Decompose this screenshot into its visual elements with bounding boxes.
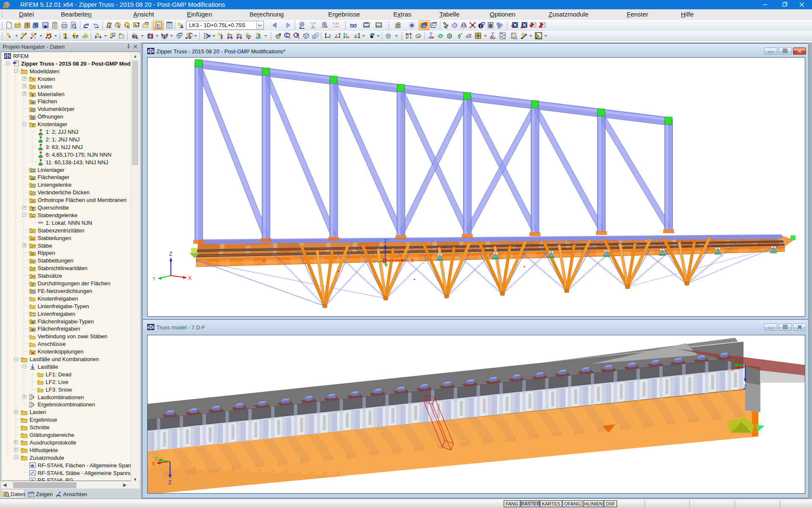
svg-text:Y: Y [373,260,376,265]
svg-text:X.XX: X.XX [333,22,339,25]
svg-text:5: 5 [4,5,6,8]
svg-text:X: X [329,34,331,37]
svg-text:X: X [731,367,735,372]
svg-text:Y: Y [732,358,735,363]
svg-text:Z: Z [169,251,172,257]
svg-text:X: X [188,275,192,281]
svg-text:i: i [480,24,482,28]
svg-text:X: X [411,258,414,263]
svg-text:X.XX: X.XX [310,22,316,25]
svg-text:X: X [152,461,155,466]
svg-text:Z: Z [743,384,746,390]
svg-text:Y: Y [154,456,158,461]
svg-text:I: I [35,36,36,39]
svg-text:x: x [98,33,99,36]
svg-text:Y: Y [335,34,337,37]
svg-text:XX: XX [112,32,116,35]
svg-text:Z: Z [384,238,387,243]
svg-text:Y: Y [152,276,156,282]
svg-text:Z: Z [346,33,348,36]
svg-text:-X: -X [354,34,357,37]
svg-text:53: 53 [32,170,34,172]
svg-text:Z: Z [168,480,171,486]
